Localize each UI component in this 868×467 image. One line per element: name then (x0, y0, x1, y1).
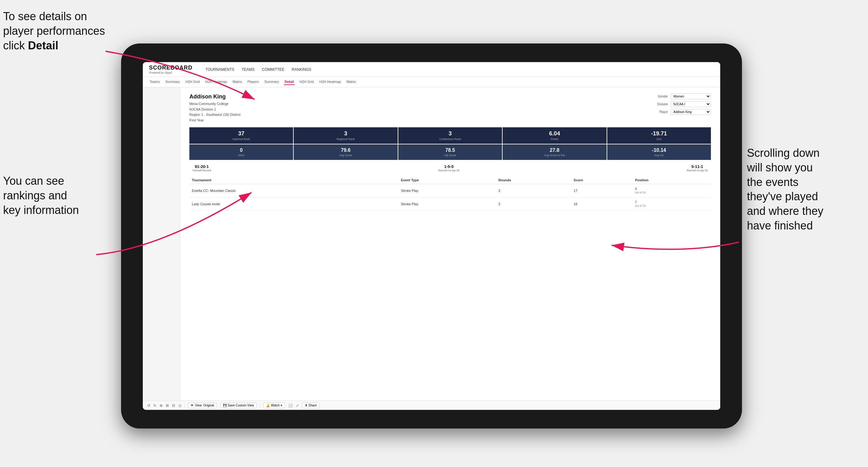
undo-icon[interactable]: ↺ (147, 403, 150, 408)
row1-event-type: Stroke Play (398, 184, 496, 197)
zoom-in-icon[interactable]: ⊞ (166, 403, 169, 408)
player-controls: Gender Women Men Division NJCAA I NJCAA … (651, 93, 711, 115)
stat-national-rank-label: National Rank (191, 137, 291, 141)
annot-r-line3: the events (747, 176, 799, 188)
player-header: Addison King Mesa Community College NJCA… (189, 93, 711, 123)
bottom-toolbar: ↺ ↻ ⊕ ⊞ ⊟ ◷ 👁 View: Original 💾 Save Cust… (143, 401, 720, 410)
annotation-top-left-bold: Detail (28, 39, 58, 52)
division-label: Division (651, 102, 668, 106)
record-overall-label: Overall Record (192, 169, 211, 172)
stat-conference-rank: 3 Conference Rank (398, 127, 502, 144)
subnav-h2h-heatmap[interactable]: H2H Heatmap (205, 79, 227, 85)
subnav-summary2[interactable]: Summary (264, 79, 280, 85)
watch-label: Watch ▾ (271, 404, 282, 407)
col-position: Position (633, 176, 711, 184)
division-control: Division NJCAA I NJCAA II (651, 101, 711, 107)
row1-score: 17 (571, 184, 633, 197)
share-button[interactable]: ⬆ Share (302, 402, 320, 408)
main-nav: TOURNAMENTS TEAMS COMMITTEE RANKINGS (205, 66, 312, 73)
share-icon: ⬆ (305, 404, 307, 407)
stat-avg-score-par-value: 27.8 (504, 148, 604, 153)
stat-regional-rank-value: 3 (296, 130, 396, 137)
stat-wins-value: 0 (191, 148, 291, 153)
stats-grid-1: 37 National Rank 3 Regional Rank 3 Confe… (189, 127, 711, 144)
records-row: 91-20-1 Overall Record 1-5-0 Record vs t… (189, 164, 711, 172)
redo-icon[interactable]: ↻ (153, 403, 156, 408)
sub-nav: Teams Summary H2H Grid H2H Heatmap Matri… (143, 77, 720, 87)
gender-select[interactable]: Women Men (671, 93, 711, 99)
stat-sos-label: SoS (609, 137, 709, 141)
row2-event-type: Stroke Play (398, 197, 496, 211)
save-custom-label: Save Custom View (228, 404, 254, 407)
main-content: Addison King Mesa Community College NJCA… (143, 87, 720, 401)
subnav-summary[interactable]: Summary (164, 79, 180, 85)
toolbar-separator2 (260, 403, 260, 408)
col-tournament: Tournament (189, 176, 398, 184)
subnav-matrix2[interactable]: Matrix (346, 79, 356, 85)
player-info: Addison King Mesa Community College NJCA… (189, 93, 240, 123)
stat-points: 6.04 Points (503, 127, 606, 144)
annotation-right: Scrolling down will show you the events … (747, 146, 865, 233)
stat-avg-score-label: Avg Score (296, 154, 396, 157)
stat-adj-score-value: 78.5 (400, 148, 500, 153)
stat-wins: 0 Wins (189, 145, 293, 160)
record-top50: 5-11-1 Record vs top 50 (687, 164, 708, 172)
subnav-detail[interactable]: Detail (284, 79, 294, 85)
watch-button[interactable]: 🔔 Watch ▾ (263, 402, 285, 408)
subnav-h2h-grid[interactable]: H2H Grid (185, 79, 200, 85)
annot-bl-line3: key information (3, 204, 79, 216)
player-region: Region 1 - Southwest (18) District (189, 112, 240, 118)
watch-icon: 🔔 (266, 404, 270, 407)
stat-conference-rank-label: Conference Rank (400, 137, 500, 141)
stat-sos: -19.71 SoS (607, 127, 711, 144)
stat-national-rank-value: 37 (191, 130, 291, 137)
stat-regional-rank: 3 Regional Rank (294, 127, 397, 144)
subnav-h2h-heatmap2[interactable]: H2H Heatmap (319, 79, 342, 85)
subnav-teams[interactable]: Teams (149, 79, 160, 85)
stat-adj-score: 78.5 Adj Score (398, 145, 502, 160)
record-top50-value: 5-11-1 (687, 164, 708, 169)
subnav-matrix[interactable]: Matrix (232, 79, 243, 85)
nav-tournaments[interactable]: TOURNAMENTS (205, 66, 235, 73)
annot-bl-line1: You can see (3, 175, 64, 187)
division-select[interactable]: NJCAA I NJCAA II (671, 101, 711, 107)
stat-adj-score-label: Adj Score (400, 154, 500, 157)
row2-score: 16 (571, 197, 633, 211)
nav-teams[interactable]: TEAMS (241, 66, 255, 73)
app-header: SCOREBOARD Powered by clippd TOURNAMENTS… (143, 62, 720, 77)
annotation-bottom-left: You can see rankings and key information (3, 174, 102, 217)
save-custom-button[interactable]: 💾 Save Custom View (220, 402, 257, 408)
col-event-type: Event Type (398, 176, 496, 184)
row2-rounds: 2 (496, 197, 571, 211)
scoreboard-logo: SCOREBOARD Powered by clippd (149, 65, 192, 74)
annot-r-line5: and where they (747, 205, 823, 217)
save-icon: 💾 (223, 404, 227, 407)
stat-sos-value: -19.71 (609, 130, 709, 137)
subnav-players[interactable]: Players (247, 79, 259, 85)
subnav-h2h-grid2[interactable]: H2H Grid (299, 79, 314, 85)
stat-conference-rank-value: 3 (400, 130, 500, 137)
layout-icon[interactable]: ⊟ (172, 403, 175, 408)
stat-points-value: 6.04 (504, 130, 604, 137)
stat-wins-label: Wins (191, 154, 291, 157)
annot-bl-line2: rankings and (3, 189, 67, 202)
clock-icon[interactable]: ◷ (178, 403, 181, 408)
zoom-fit-icon[interactable]: ⊕ (160, 403, 163, 408)
player-college: Mesa Community College (189, 101, 240, 107)
row1-position: 4out of 20 (633, 184, 711, 197)
record-top25-label: Record vs top 25 (438, 169, 460, 172)
row2-tournament: Lady Coyote Invite (189, 197, 398, 211)
nav-rankings[interactable]: RANKINGS (291, 66, 312, 73)
stat-avg-sg: -10.14 Avg SG (607, 145, 711, 160)
stat-national-rank: 37 National Rank (189, 127, 293, 144)
nav-committee[interactable]: COMMITTEE (261, 66, 285, 73)
player-select[interactable]: Addison King (671, 109, 711, 115)
col-rounds: Rounds (496, 176, 571, 184)
annot-r-line4: they've played (747, 190, 818, 203)
view-original-button[interactable]: 👁 View: Original (188, 402, 217, 408)
stat-avg-score: 79.6 Avg Score (294, 145, 397, 160)
screen-icon[interactable]: ⬜ (288, 403, 293, 408)
stat-avg-score-par-label: Avg Score to Par (504, 154, 604, 157)
expand-icon[interactable]: ⤢ (296, 403, 299, 408)
row2-position: 7out of 20 (633, 197, 711, 211)
